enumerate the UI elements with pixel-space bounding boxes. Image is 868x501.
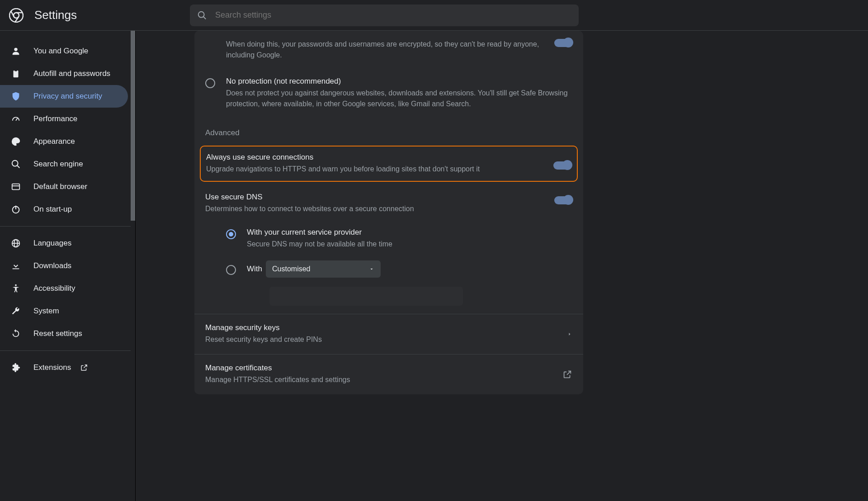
sidebar-item-performance[interactable]: Performance [0,108,128,130]
secure-dns-row[interactable]: Use secure DNS Determines how to connect… [194,184,583,222]
setting-desc: When doing this, your passwords and user… [226,39,545,61]
sidebar-item-label: Reset settings [33,329,82,338]
manage-security-keys-row[interactable]: Manage security keys Reset security keys… [194,314,583,354]
sidebar-item-appearance[interactable]: Appearance [0,130,128,153]
manage-certificates-row[interactable]: Manage certificates Manage HTTPS/SSL cer… [194,354,583,394]
setting-title: Use secure DNS [205,193,545,202]
sidebar-item-label: System [33,307,59,316]
sidebar-item-label: Privacy and security [33,92,102,101]
setting-desc: Upgrade navigations to HTTPS and warn yo… [206,164,544,175]
setting-desc: Does not protect you against dangerous w… [226,88,572,109]
sidebar: You and Google Autofill and passwords Pr… [0,31,136,501]
setting-title: No protection (not recommended) [226,77,572,86]
sidebar-item-default-browser[interactable]: Default browser [0,175,128,198]
wrench-icon [11,306,21,316]
svg-rect-13 [12,184,20,190]
sidebar-item-you-and-google[interactable]: You and Google [0,40,128,62]
setting-title: Manage certificates [205,364,562,373]
svg-line-12 [17,165,20,168]
toggle-secure-connections[interactable] [553,161,571,170]
sidebar-item-privacy-security[interactable]: Privacy and security [0,85,128,108]
scrollbar-thumb[interactable] [131,31,135,221]
partial-setting-row: When doing this, your passwords and user… [194,31,583,69]
with-label: With [247,265,262,274]
setting-title: Always use secure connections [206,153,544,162]
setting-desc: Secure DNS may not be available all the … [247,239,583,250]
sidebar-item-downloads[interactable]: Downloads [0,255,128,277]
svg-point-5 [198,11,204,17]
sidebar-item-label: Languages [33,239,71,248]
sidebar-item-autofill[interactable]: Autofill and passwords [0,62,128,85]
speedometer-icon [11,114,21,124]
external-link-icon [80,364,88,372]
dns-provider-dropdown[interactable]: Customised [266,260,381,278]
setting-title: Manage security keys [205,323,567,332]
sidebar-scrollbar[interactable] [131,31,135,501]
always-secure-connections-row[interactable]: Always use secure connections Upgrade na… [200,146,578,182]
setting-desc: Manage HTTPS/SSL certificates and settin… [205,374,562,385]
download-icon [11,261,21,271]
sidebar-item-system[interactable]: System [0,300,128,322]
chevron-right-icon [567,331,572,337]
no-protection-row[interactable]: No protection (not recommended) Does not… [194,69,583,118]
sidebar-item-label: You and Google [33,47,88,56]
sidebar-item-languages[interactable]: Languages [0,232,128,255]
shield-icon [11,91,21,101]
chevron-down-icon [369,266,374,272]
dns-current-provider-row[interactable]: With your current service provider Secur… [226,222,583,255]
external-link-icon [562,369,572,379]
sidebar-item-reset-settings[interactable]: Reset settings [0,322,128,345]
clipboard-icon [11,69,21,79]
svg-rect-8 [14,71,19,78]
sidebar-item-search-engine[interactable]: Search engine [0,153,128,175]
search-icon [197,10,207,20]
sidebar-item-label: Default browser [33,182,87,191]
search-bar[interactable] [190,5,579,26]
chrome-logo-icon [9,8,24,23]
radio-no-protection[interactable] [205,78,215,88]
dns-options: With your current service provider Secur… [194,222,583,314]
svg-point-20 [15,284,17,286]
sidebar-item-label: Performance [33,114,77,123]
sidebar-item-on-startup[interactable]: On start-up [0,198,128,221]
dns-custom-row[interactable]: With Customised [226,255,583,283]
svg-point-11 [12,161,18,166]
settings-card: When doing this, your passwords and user… [194,31,583,394]
svg-line-10 [16,118,18,121]
advanced-section-label: Advanced [194,118,583,143]
globe-icon [11,238,21,248]
sidebar-item-label: Autofill and passwords [33,69,110,78]
sidebar-item-label: Search engine [33,160,83,169]
browser-icon [11,182,21,192]
power-icon [11,204,21,214]
reset-icon [11,329,21,339]
sidebar-item-label: On start-up [33,205,72,214]
sidebar-item-accessibility[interactable]: Accessibility [0,277,128,300]
extension-icon [11,363,21,373]
page-title: Settings [34,8,77,22]
header: Settings [0,0,868,31]
dropdown-value: Customised [272,265,310,273]
svg-line-6 [203,16,206,19]
setting-desc: Determines how to connect to websites ov… [205,203,545,214]
sidebar-item-label: Appearance [33,137,75,146]
setting-desc: Reset security keys and create PINs [205,334,567,345]
search-icon [11,159,21,169]
search-input[interactable] [215,10,571,20]
toggle-encrypted[interactable] [554,39,572,47]
toggle-secure-dns[interactable] [554,196,572,204]
accessibility-icon [11,284,21,293]
sidebar-item-label: Accessibility [33,284,75,293]
svg-point-7 [14,48,17,51]
person-icon [11,46,21,56]
sidebar-item-label: Downloads [33,261,71,270]
svg-rect-9 [14,70,17,71]
setting-title: With your current service provider [247,228,583,237]
dns-custom-input[interactable] [269,287,463,306]
sidebar-item-extensions[interactable]: Extensions [0,356,128,379]
palette-icon [11,137,21,147]
radio-custom-provider[interactable] [226,265,236,275]
radio-current-provider[interactable] [226,229,236,239]
sidebar-item-label: Extensions [33,363,71,372]
sidebar-divider [0,350,135,351]
